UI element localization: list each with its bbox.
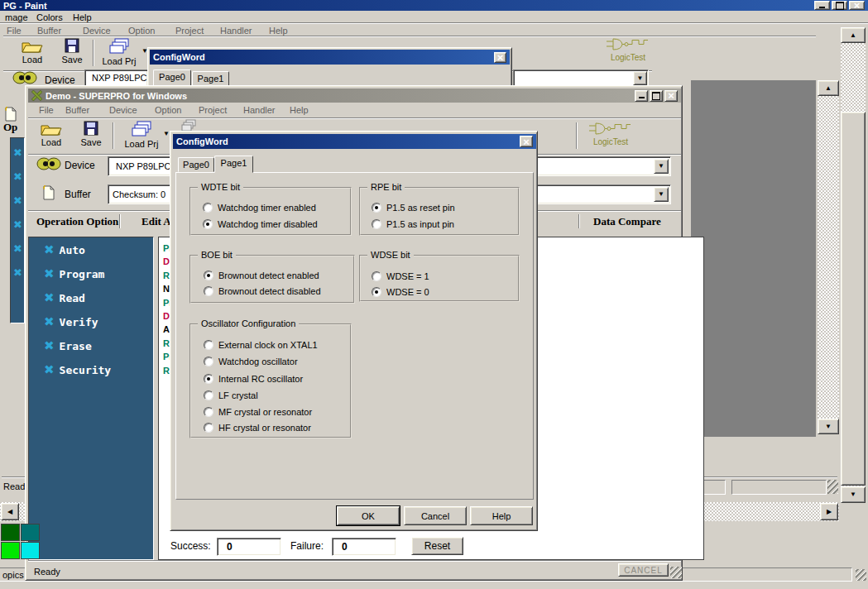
win2-menu-file[interactable]: File <box>39 105 54 115</box>
dropdown-arrow-icon[interactable] <box>654 187 669 202</box>
scroll-down-icon[interactable] <box>818 419 839 434</box>
radio-label: P1.5 as input pin <box>386 219 454 229</box>
paint-menu-image[interactable]: mage <box>5 12 28 22</box>
win2-titlebar[interactable]: Demo - SUPERPRO for Windows <box>28 89 681 103</box>
win2-minimize-button[interactable] <box>635 90 648 102</box>
group-title: WDSE bit <box>367 250 414 260</box>
cancel-operation-button[interactable]: CANCEL <box>618 563 669 577</box>
win2-menu-buffer[interactable]: Buffer <box>65 105 89 115</box>
win1-menu-handler[interactable]: Handler <box>220 26 252 36</box>
radio-option-hf-crystal[interactable]: HF crystal or resonator <box>204 423 311 433</box>
win1-tool-load[interactable]: Load <box>18 38 46 69</box>
win1-menu-help[interactable]: Help <box>269 26 288 36</box>
radio-icon <box>204 340 213 350</box>
paint-menu-colors[interactable]: Colors <box>36 12 63 22</box>
win2-tool-load[interactable]: Load <box>37 121 65 152</box>
reset-button[interactable]: Reset <box>411 537 463 555</box>
stacked-sheets-icon <box>122 121 161 139</box>
palette-swatch[interactable] <box>1 542 20 559</box>
win2-logictest-tool[interactable]: LogicTest <box>582 122 640 152</box>
win2-menu-project[interactable]: Project <box>199 105 227 115</box>
paint-minimize-button[interactable] <box>814 1 830 10</box>
sidebar-item-read[interactable]: Read <box>44 290 85 305</box>
radio-option-input-pin[interactable]: P1.5 as input pin <box>372 219 454 229</box>
dialog-titlebar[interactable]: ConfigWord <box>173 134 536 149</box>
resize-grip[interactable] <box>856 569 866 581</box>
win1-menu-file[interactable]: File <box>7 26 22 36</box>
radio-option-watchdog-osc[interactable]: Watchdog oscillator <box>204 357 298 366</box>
cancel-button[interactable]: Cancel <box>404 506 467 525</box>
dialog-close-button[interactable] <box>520 136 533 147</box>
sidebar-item-security[interactable]: Security <box>44 362 111 377</box>
win2-tool-load-prj[interactable]: Load Prj <box>122 121 161 152</box>
sidebar-item-program[interactable]: Program <box>44 266 104 281</box>
win1-menu-project[interactable]: Project <box>175 26 204 36</box>
scroll-up-icon[interactable] <box>841 27 866 43</box>
failure-input[interactable]: 0 <box>332 538 396 556</box>
tab-label: Page1 <box>221 158 247 168</box>
resize-grip[interactable] <box>827 480 838 494</box>
win2-maximize-button[interactable] <box>650 90 663 102</box>
win2-menu-option[interactable]: Option <box>155 105 181 115</box>
win2-close-button[interactable] <box>664 90 678 102</box>
win1-tool-load-prj[interactable]: Load Prj <box>99 38 139 69</box>
tab-edit-auto[interactable]: Edit A <box>141 215 171 228</box>
scroll-down-icon[interactable] <box>841 486 866 503</box>
resize-grip[interactable] <box>670 567 682 578</box>
radio-option-internal-rc[interactable]: Internal RC oscillator <box>204 374 303 384</box>
radio-option-reset-pin[interactable]: P1.5 as reset pin <box>372 203 455 213</box>
scroll-left-icon[interactable] <box>1 503 19 520</box>
tab-data-compare[interactable]: Data Compare <box>593 215 661 228</box>
win1-menu-option[interactable]: Option <box>128 26 155 36</box>
sidebar-item-verify[interactable]: Verify <box>44 314 98 329</box>
scrollbar-thumb[interactable] <box>841 112 866 486</box>
paint-maximize-button[interactable] <box>832 1 847 10</box>
radio-option-wdt-disabled[interactable]: Watchdog timer disabled <box>203 219 318 229</box>
tab-page0[interactable]: Page0 <box>178 157 214 172</box>
dropdown-arrow-icon[interactable] <box>633 71 647 85</box>
palette-swatch[interactable] <box>21 542 40 559</box>
scroll-right-icon[interactable] <box>820 503 838 520</box>
sidebar-item-auto[interactable]: Auto <box>44 242 85 257</box>
radio-option-brownout-disabled[interactable]: Brownout detect disabled <box>204 286 321 296</box>
win1-menu-device[interactable]: Device <box>83 26 111 36</box>
scroll-up-icon[interactable] <box>818 80 839 96</box>
radio-option-wdse-0[interactable]: WDSE = 0 <box>372 287 429 297</box>
win1-logictest-tool[interactable]: LogicTest <box>602 38 655 66</box>
win2-tool-save[interactable]: Save <box>77 121 105 152</box>
ok-button[interactable]: OK <box>337 506 400 525</box>
palette-swatch[interactable] <box>1 524 20 541</box>
win1-tool-save[interactable]: Save <box>58 38 86 69</box>
win1-right-combo[interactable] <box>513 69 649 87</box>
radio-option-brownout-enabled[interactable]: Brownout detect enabled <box>204 271 319 280</box>
paint-close-button[interactable] <box>849 1 865 10</box>
open-folder-icon <box>37 121 65 137</box>
win1-device-combo[interactable]: NXP P89LPC <box>84 69 148 87</box>
radio-option-mf-crystal[interactable]: MF crystal or resonator <box>204 407 312 417</box>
success-input[interactable]: 0 <box>217 538 281 556</box>
radio-label: Brownout detect enabled <box>218 271 319 280</box>
win2-menu-device[interactable]: Device <box>109 105 137 115</box>
radio-option-wdse-1[interactable]: WDSE = 1 <box>372 271 429 281</box>
win1-menu-buffer[interactable]: Buffer <box>37 26 61 36</box>
radio-option-lf-crystal[interactable]: LF crystal <box>204 390 258 400</box>
sidebar-item-erase[interactable]: Erase <box>44 338 92 353</box>
configword-dialog: ConfigWord Page0 Page1 WDTE bit Watchdog… <box>170 131 538 531</box>
dialog1-titlebar[interactable]: ConfigWord <box>150 50 510 65</box>
dialog1-close-button[interactable] <box>494 52 506 63</box>
palette-swatch[interactable] <box>21 524 40 541</box>
win2-load-prj-dropdown-icon[interactable] <box>163 131 170 137</box>
minimize-icon <box>819 2 825 8</box>
radio-option-wdt-enabled[interactable]: Watchdog timer enabled <box>203 203 316 213</box>
dropdown-arrow-icon[interactable] <box>654 159 669 174</box>
help-button[interactable]: Help <box>470 506 533 525</box>
win2-menu-handler[interactable]: Handler <box>243 105 276 115</box>
radio-option-external-clock[interactable]: External clock on XTAL1 <box>204 340 318 350</box>
radio-label: Watchdog timer disabled <box>218 219 318 229</box>
tab-operation-option[interactable]: Operation Option <box>36 215 118 228</box>
minimize-icon <box>639 93 645 98</box>
paint-menu-help[interactable]: Help <box>73 12 92 22</box>
tab-page1[interactable]: Page1 <box>214 156 253 173</box>
scrollbar-track[interactable] <box>818 96 839 419</box>
win2-menu-help[interactable]: Help <box>290 105 309 115</box>
